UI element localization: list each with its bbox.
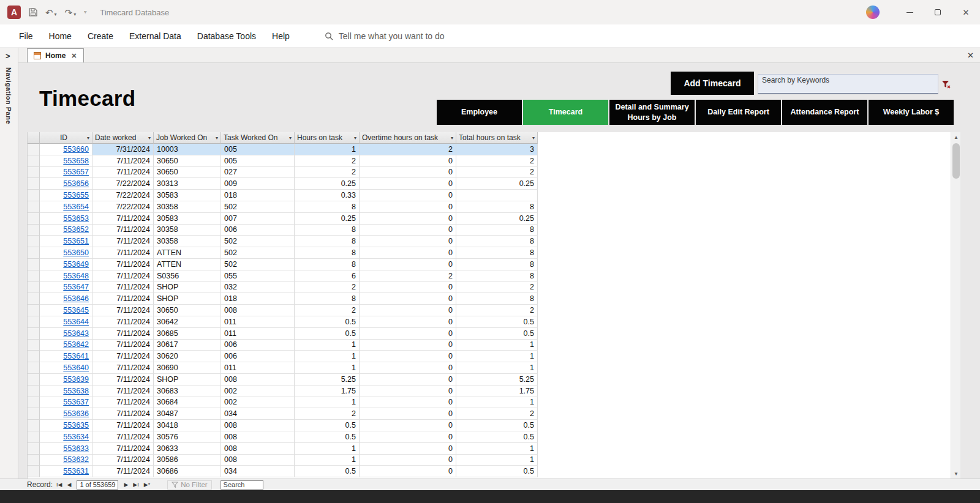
cell-id[interactable]: 553654: [40, 201, 92, 213]
cell-hours-on-task[interactable]: 2: [295, 167, 360, 179]
cell-overtime-hours-on-task[interactable]: 2: [360, 270, 456, 282]
cell-hours-on-task[interactable]: 8: [295, 236, 360, 247]
cell-overtime-hours-on-task[interactable]: 0: [360, 431, 456, 443]
cell-overtime-hours-on-task[interactable]: 0: [360, 466, 456, 477]
cell-job-worked-on[interactable]: ATTEN: [154, 247, 221, 259]
cell-id[interactable]: 553636: [40, 408, 92, 420]
record-id-link[interactable]: 553636: [63, 409, 89, 418]
cell-date-worked[interactable]: 7/11/2024: [92, 386, 154, 397]
record-id-link[interactable]: 553641: [63, 352, 89, 360]
cell-task-worked-on[interactable]: 007: [221, 213, 295, 225]
cell-total-hours-on-task[interactable]: 8: [456, 293, 538, 305]
cell-hours-on-task[interactable]: 1: [295, 397, 360, 409]
cell-total-hours-on-task[interactable]: 8: [456, 247, 538, 259]
cell-total-hours-on-task[interactable]: 0.5: [456, 466, 538, 477]
record-id-link[interactable]: 553644: [63, 318, 89, 326]
cell-job-worked-on[interactable]: SHOP: [154, 374, 221, 386]
cell-task-worked-on[interactable]: 011: [221, 316, 295, 328]
column-dropdown-icon[interactable]: ▾: [289, 135, 292, 141]
cell-id[interactable]: 553652: [40, 225, 92, 236]
cell-date-worked[interactable]: 7/11/2024: [92, 225, 154, 236]
cell-job-worked-on[interactable]: S0356: [154, 270, 221, 282]
cell-hours-on-task[interactable]: 2: [295, 282, 360, 294]
record-id-link[interactable]: 553633: [63, 444, 89, 453]
cell-overtime-hours-on-task[interactable]: 0: [360, 362, 456, 374]
cell-overtime-hours-on-task[interactable]: 0: [360, 420, 456, 431]
cell-task-worked-on[interactable]: 502: [221, 259, 295, 270]
cell-date-worked[interactable]: 7/11/2024: [92, 270, 154, 282]
nav-button-weekly-labor[interactable]: Weekly Labor $: [869, 100, 954, 125]
cell-total-hours-on-task[interactable]: 1: [456, 397, 538, 409]
cell-overtime-hours-on-task[interactable]: 0: [360, 167, 456, 179]
cell-date-worked[interactable]: 7/11/2024: [92, 420, 154, 431]
row-selector[interactable]: [28, 190, 40, 201]
row-selector[interactable]: [28, 420, 40, 431]
cell-id[interactable]: 553640: [40, 362, 92, 374]
record-id-link[interactable]: 553653: [63, 214, 89, 223]
cell-date-worked[interactable]: 7/11/2024: [92, 247, 154, 259]
cell-date-worked[interactable]: 7/11/2024: [92, 374, 154, 386]
cell-total-hours-on-task[interactable]: 0.5: [456, 431, 538, 443]
ribbon-tab-home[interactable]: Home: [41, 31, 80, 41]
cell-id[interactable]: 553631: [40, 466, 92, 477]
cell-job-worked-on[interactable]: 30685: [154, 328, 221, 340]
cell-task-worked-on[interactable]: 006: [221, 340, 295, 351]
save-icon[interactable]: [29, 8, 37, 17]
cell-id[interactable]: 553656: [40, 178, 92, 190]
cell-date-worked[interactable]: 7/11/2024: [92, 351, 154, 362]
cell-overtime-hours-on-task[interactable]: 0: [360, 247, 456, 259]
row-selector[interactable]: [28, 259, 40, 270]
record-id-link[interactable]: 553660: [63, 145, 89, 154]
cell-job-worked-on[interactable]: 30650: [154, 155, 221, 167]
expand-nav-pane-icon[interactable]: >: [6, 51, 10, 61]
close-button[interactable]: ✕: [952, 0, 980, 24]
row-selector[interactable]: [28, 455, 40, 466]
cell-hours-on-task[interactable]: 0.5: [295, 316, 360, 328]
cell-hours-on-task[interactable]: 1.75: [295, 386, 360, 397]
cell-id[interactable]: 553642: [40, 340, 92, 351]
column-header-date-worked[interactable]: Date worked▾: [92, 132, 154, 144]
cell-total-hours-on-task[interactable]: 0.5: [456, 328, 538, 340]
cell-job-worked-on[interactable]: 30487: [154, 408, 221, 420]
cell-date-worked[interactable]: 7/11/2024: [92, 282, 154, 294]
record-position-box[interactable]: 1 of 553659: [77, 480, 118, 490]
cell-overtime-hours-on-task[interactable]: 0: [360, 190, 456, 201]
cell-task-worked-on[interactable]: 005: [221, 155, 295, 167]
copilot-icon[interactable]: [866, 6, 880, 19]
cell-hours-on-task[interactable]: 2: [295, 155, 360, 167]
cell-task-worked-on[interactable]: 034: [221, 466, 295, 477]
cell-id[interactable]: 553651: [40, 236, 92, 247]
cell-date-worked[interactable]: 7/11/2024: [92, 155, 154, 167]
cell-id[interactable]: 553650: [40, 247, 92, 259]
record-id-link[interactable]: 553647: [63, 283, 89, 291]
cell-hours-on-task[interactable]: 8: [295, 293, 360, 305]
cell-total-hours-on-task[interactable]: 0.25: [456, 178, 538, 190]
cell-hours-on-task[interactable]: 0.5: [295, 420, 360, 431]
row-selector[interactable]: [28, 351, 40, 362]
cell-total-hours-on-task[interactable]: 2: [456, 282, 538, 294]
cell-date-worked[interactable]: 7/22/2024: [92, 190, 154, 201]
cell-overtime-hours-on-task[interactable]: 0: [360, 316, 456, 328]
cell-job-worked-on[interactable]: 30313: [154, 178, 221, 190]
cell-hours-on-task[interactable]: 1: [295, 144, 360, 155]
cell-hours-on-task[interactable]: 2: [295, 305, 360, 316]
cell-hours-on-task[interactable]: 8: [295, 225, 360, 236]
cell-overtime-hours-on-task[interactable]: 0: [360, 408, 456, 420]
cell-job-worked-on[interactable]: 30358: [154, 201, 221, 213]
row-selector[interactable]: [28, 144, 40, 155]
cell-id[interactable]: 553632: [40, 455, 92, 466]
nav-button-employee[interactable]: Employee: [437, 100, 522, 125]
cell-hours-on-task[interactable]: 8: [295, 247, 360, 259]
ribbon-tab-external-data[interactable]: External Data: [121, 31, 189, 41]
ribbon-tab-help[interactable]: Help: [264, 31, 298, 41]
cell-task-worked-on[interactable]: 009: [221, 178, 295, 190]
column-dropdown-icon[interactable]: ▾: [532, 135, 535, 141]
cell-date-worked[interactable]: 7/22/2024: [92, 201, 154, 213]
row-selector[interactable]: [28, 374, 40, 386]
record-id-link[interactable]: 553655: [63, 191, 89, 199]
cell-overtime-hours-on-task[interactable]: 0: [360, 293, 456, 305]
customize-qat-button[interactable]: ▿: [84, 10, 86, 15]
cell-id[interactable]: 553637: [40, 397, 92, 409]
cell-task-worked-on[interactable]: 018: [221, 190, 295, 201]
cell-total-hours-on-task[interactable]: 3: [456, 144, 538, 155]
